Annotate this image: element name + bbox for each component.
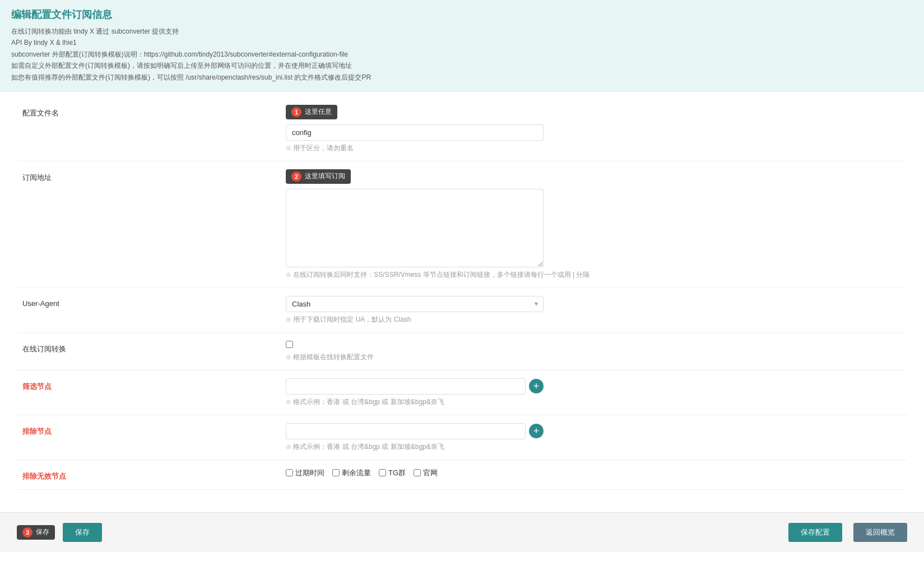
desc-line-1: 在线订阅转换功能由 tindy X 通过 subconverter 提供支持: [11, 26, 913, 37]
tooltip-bubble-3: 3 保存: [17, 525, 55, 540]
exclude-hint: 格式示例：香港 或 台湾&bgp 或 新加坡&bgp&奈飞: [286, 442, 907, 452]
footer-right: 保存配置 返回概览: [788, 523, 907, 542]
form-container: 配置文件名 1 这里任意 用于区分，请勿重名 订阅地址: [0, 91, 924, 501]
subscribe-label: 订阅地址: [17, 169, 286, 183]
config-name-label: 配置文件名: [17, 105, 286, 118]
online-convert-hint: 根据模板在线转换配置文件: [286, 353, 907, 362]
invalid-nodes-options-row: 过期时间 剩余流量 TG群 官网: [286, 468, 907, 478]
footer-section: 3 保存 保存 保存配置 返回概览: [0, 512, 924, 552]
page-wrapper: 编辑配置文件订阅信息 在线订阅转换功能由 tindy X 通过 subconve…: [0, 0, 924, 575]
invalid-expired-label: 过期时间: [295, 468, 324, 478]
filter-input[interactable]: [286, 378, 526, 395]
save-button[interactable]: 保存配置: [788, 523, 842, 542]
filter-label: 筛选节点: [17, 378, 286, 392]
invalid-option-expired[interactable]: 过期时间: [286, 468, 324, 478]
filter-hint: 格式示例：香港 或 台湾&bgp 或 新加坡&bgp&奈飞: [286, 397, 907, 407]
subscribe-content: 2 这里填写订阅 在线订阅转换后同时支持：SS/SSR/Vmess 等节点链接和…: [286, 169, 907, 280]
exclude-content: + 格式示例：香港 或 台湾&bgp 或 新加坡&bgp&奈飞: [286, 423, 907, 452]
header-section: 编辑配置文件订阅信息 在线订阅转换功能由 tindy X 通过 subconve…: [0, 0, 924, 91]
online-convert-checkbox-row: [286, 341, 907, 348]
online-convert-content: 根据模板在线转换配置文件: [286, 341, 907, 362]
subscribe-input[interactable]: [286, 189, 544, 267]
invalid-traffic-checkbox[interactable]: [332, 469, 340, 476]
subscribe-row: 订阅地址 2 这里填写订阅 在线订阅转换后同时支持：SS/SSR/Vmess 等…: [17, 161, 907, 288]
tooltip-bubble-2: 2 这里填写订阅: [286, 169, 351, 184]
invalid-official-checkbox[interactable]: [414, 469, 421, 476]
user-agent-select-wrapper: Clash ClashX ClashForWindows ClashForAnd…: [286, 296, 544, 312]
step2-num: 2: [291, 171, 301, 182]
online-convert-row: 在线订阅转换 根据模板在线转换配置文件: [17, 333, 907, 370]
page-title: 编辑配置文件订阅信息: [11, 8, 913, 21]
user-agent-select[interactable]: Clash ClashX ClashForWindows ClashForAnd…: [286, 296, 544, 312]
subscribe-hint: 在线订阅转换后同时支持：SS/SSR/Vmess 等节点链接和订阅链接，多个链接…: [286, 270, 907, 280]
step2-text: 这里填写订阅: [305, 171, 345, 181]
tooltip-step2: 2 这里填写订阅: [286, 169, 907, 184]
config-name-row: 配置文件名 1 这里任意 用于区分，请勿重名: [17, 97, 907, 161]
tooltip-bubble-1: 1 这里任意: [286, 105, 337, 119]
exclude-row: 排除节点 + 格式示例：香港 或 台湾&bgp 或 新加坡&bgp&奈飞: [17, 415, 907, 460]
online-convert-label: 在线订阅转换: [17, 341, 286, 354]
config-name-input[interactable]: [286, 124, 544, 141]
invalid-expired-checkbox[interactable]: [286, 469, 293, 476]
invalid-official-label: 官网: [423, 468, 438, 478]
invalid-tg-checkbox[interactable]: [379, 469, 386, 476]
desc-line-5: 如您有值得推荐的外部配置文件(订阅转换模板)，可以按照 /usr/share/o…: [11, 72, 913, 83]
user-agent-label: User-Agent: [17, 296, 286, 308]
desc-line-2: API By tindy X & lhie1: [11, 37, 913, 48]
online-convert-checkbox[interactable]: [286, 341, 293, 348]
back-button[interactable]: 返回概览: [853, 523, 907, 542]
exclude-input[interactable]: [286, 423, 526, 439]
exclude-add-button[interactable]: +: [529, 424, 544, 438]
step1-text: 这里任意: [305, 107, 332, 117]
filter-add-button[interactable]: +: [529, 379, 544, 393]
invalid-tg-label: TG群: [388, 468, 406, 478]
filter-content: + 格式示例：香港 或 台湾&bgp 或 新加坡&bgp&奈飞: [286, 378, 907, 407]
invalid-option-traffic[interactable]: 剩余流量: [332, 468, 371, 478]
invalid-traffic-label: 剩余流量: [342, 468, 371, 478]
invalid-option-official[interactable]: 官网: [414, 468, 438, 478]
save-config-button[interactable]: 保存: [63, 523, 102, 542]
filter-input-wrapper: +: [286, 378, 544, 395]
desc-line-3: subconverter 外部配置(订阅转换模板)说明：https://gith…: [11, 49, 913, 60]
user-agent-hint: 用于下载订阅时指定 UA，默认为 Clash: [286, 315, 907, 324]
invalid-nodes-row: 排除无效节点 过期时间 剩余流量 TG群: [17, 460, 907, 490]
footer-left: 3 保存 保存: [17, 523, 102, 542]
invalid-nodes-label: 排除无效节点: [17, 468, 286, 481]
desc-line-4: 如需自定义外部配置文件(订阅转换模板)，请按如明确写后上传至外部网络可访问的位置…: [11, 60, 913, 71]
user-agent-content: Clash ClashX ClashForWindows ClashForAnd…: [286, 296, 907, 324]
invalid-nodes-content: 过期时间 剩余流量 TG群 官网: [286, 468, 907, 478]
filter-row: 筛选节点 + 格式示例：香港 或 台湾&bgp 或 新加坡&bgp&奈飞: [17, 370, 907, 415]
step3-text: 保存: [36, 527, 49, 537]
step3-num: 3: [22, 527, 32, 537]
exclude-label: 排除节点: [17, 423, 286, 437]
step1-num: 1: [291, 107, 301, 117]
config-name-hint: 用于区分，请勿重名: [286, 143, 907, 153]
config-name-content: 1 这里任意 用于区分，请勿重名: [286, 105, 907, 153]
invalid-option-tg[interactable]: TG群: [379, 468, 406, 478]
user-agent-row: User-Agent Clash ClashX ClashForWindows …: [17, 288, 907, 333]
tooltip-step1: 1 这里任意: [286, 105, 907, 119]
exclude-input-wrapper: +: [286, 423, 544, 439]
